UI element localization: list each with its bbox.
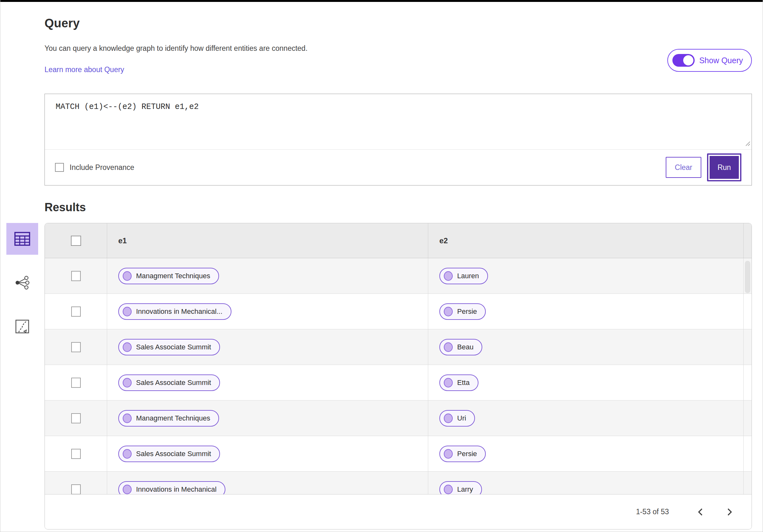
cell-e2: Larry [428,472,752,494]
table-header-row: e1 e2 [45,223,752,258]
results-body: e1 e2 Managment TechniquesLaurenInnovati… [3,223,752,529]
select-all-cell [45,236,107,246]
pagination-range: 1-53 of 53 [636,507,669,516]
cell-e2: Lauren [428,258,752,294]
column-header-e2-label: e2 [439,236,448,245]
next-page-button[interactable] [723,507,736,517]
cell-e1: Innovations in Mechanical... [107,294,428,329]
row-checkbox[interactable] [71,378,81,388]
run-button[interactable]: Run [709,156,739,179]
entity-pill[interactable]: Sales Associate Summit [118,446,220,462]
entity-pill[interactable]: Etta [439,375,479,391]
query-input[interactable]: MATCH (e1)<--(e2) RETURN e1,e2 [45,94,752,149]
query-editor-wrap: MATCH (e1)<--(e2) RETURN e1,e2 [45,94,752,149]
table-row: Innovations in Mechanical...Persie [45,294,752,329]
show-query-toggle[interactable]: Show Query [667,49,752,72]
cell-e2: Persie [428,294,752,329]
entity-label: Managment Techniques [136,414,210,422]
table-row: Sales Associate SummitEtta [45,365,752,400]
results-title: Results [45,201,752,214]
entity-pill[interactable]: Managment Techniques [118,410,219,426]
toggle-switch-icon[interactable] [672,54,695,67]
entity-node-icon [444,378,453,388]
network-view-button[interactable] [6,267,38,299]
main-content: Query Show Query You can query a knowled… [0,2,763,529]
table-row: Sales Associate SummitBeau [45,329,752,365]
entity-node-icon [123,307,132,316]
entity-pill[interactable]: Larry [439,481,482,494]
run-button-focus-ring: Run [707,153,741,181]
row-checkbox[interactable] [71,342,81,352]
resize-handle-icon[interactable] [745,140,750,147]
map-view-button[interactable] [6,310,38,342]
table-row: Managment TechniquesUri [45,400,752,436]
entity-label: Sales Associate Summit [136,343,211,351]
query-action-bar: Include Provenance Clear Run [45,149,752,185]
row-select-cell [45,472,107,494]
show-query-label: Show Query [699,56,743,65]
entity-pill[interactable]: Innovations in Mechanical [118,481,225,494]
entity-node-icon [123,271,132,281]
previous-page-button[interactable] [694,507,707,517]
entity-pill[interactable]: Beau [439,339,482,355]
row-select-cell [45,294,107,329]
column-header-e1[interactable]: e1 [107,223,428,258]
entity-node-icon [444,413,453,423]
row-checkbox[interactable] [71,485,81,494]
view-switcher-rail [3,223,45,529]
entity-node-icon [123,413,132,423]
vertical-scrollbar-thumb[interactable] [745,261,750,293]
cell-e1: Sales Associate Summit [107,436,428,471]
cell-e2: Etta [428,365,752,400]
row-checkbox[interactable] [71,307,81,317]
entity-node-icon [444,449,453,459]
entity-pill[interactable]: Persie [439,303,486,320]
entity-node-icon [444,342,453,352]
map-route-icon [15,319,30,334]
entity-node-icon [444,271,453,281]
entity-node-icon [444,307,453,316]
entity-label: Beau [457,343,473,351]
entity-node-icon [123,485,132,494]
cell-e1: Sales Associate Summit [107,329,428,365]
cell-e1: Managment Techniques [107,258,428,294]
row-checkbox[interactable] [71,271,81,281]
chevron-left-icon [697,507,704,517]
entity-pill[interactable]: Lauren [439,268,488,284]
entity-pill[interactable]: Uri [439,410,475,426]
entity-label: Persie [457,450,477,458]
entity-label: Managment Techniques [136,272,210,280]
cell-e2: Beau [428,329,752,365]
learn-more-link[interactable]: Learn more about Query [45,65,124,74]
cell-e2: Persie [428,436,752,471]
include-provenance-checkbox[interactable] [55,163,64,172]
cell-e1: Innovations in Mechanical [107,472,428,494]
entity-label: Larry [457,485,473,493]
page-title: Query [45,17,752,30]
table-view-button[interactable] [6,223,38,255]
table-row: Sales Associate SummitPersie [45,436,752,472]
table-row: Managment TechniquesLauren [45,258,752,294]
entity-pill[interactable]: Sales Associate Summit [118,375,220,391]
row-checkbox[interactable] [71,413,81,423]
table-icon [14,232,30,246]
row-checkbox[interactable] [71,449,81,459]
pagination-bar: 1-53 of 53 [45,494,752,529]
entity-pill[interactable]: Persie [439,446,486,462]
row-select-cell [45,400,107,436]
entity-label: Etta [457,379,470,387]
query-panel: MATCH (e1)<--(e2) RETURN e1,e2 Include P… [45,94,752,186]
entity-pill[interactable]: Sales Associate Summit [118,339,220,355]
select-all-checkbox[interactable] [71,236,81,246]
clear-button[interactable]: Clear [666,157,701,178]
entity-pill[interactable]: Managment Techniques [118,268,219,284]
column-header-e1-label: e1 [118,236,127,245]
include-provenance-label: Include Provenance [70,163,134,172]
column-header-e2[interactable]: e2 [428,223,752,258]
chevron-right-icon [726,507,733,517]
entity-label: Persie [457,308,477,316]
row-select-cell [45,329,107,365]
cell-e1: Managment Techniques [107,400,428,436]
entity-pill[interactable]: Innovations in Mechanical... [118,303,231,320]
entity-node-icon [123,449,132,459]
